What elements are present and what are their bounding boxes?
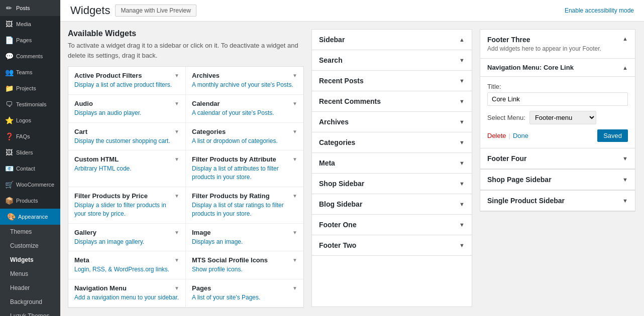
submenu-item-themes[interactable]: Themes [0, 225, 60, 239]
sidebar-item-projects[interactable]: 📁 Projects [0, 80, 60, 96]
submenu-item-background[interactable]: Background [0, 295, 60, 309]
widget-desc: Show profile icons. [192, 265, 297, 274]
single-product-sidebar-title: Single Product Sidebar [487, 197, 565, 205]
widget-item[interactable]: Pages▼ A list of your site's Pages. [186, 279, 303, 307]
sidebar-item-logos[interactable]: ⭐ Logos [0, 112, 60, 128]
appearance-submenu: Themes Customize Widgets Menus Header Ba… [0, 225, 60, 316]
widget-item[interactable]: Filter Products by Price▼ Display a slid… [68, 187, 186, 224]
widget-item[interactable]: Active Product Filters▼ Display a list o… [68, 67, 186, 95]
title-field-label: Title: [487, 83, 628, 90]
widget-name: Gallery [74, 229, 96, 236]
saved-button[interactable]: Saved [597, 129, 628, 142]
section-collapse-icon: ▼ [459, 222, 465, 228]
nav-menu-widget-body: Title: Select Menu: Footer-menu Main Men… [480, 77, 635, 148]
select-menu-row: Select Menu: Footer-menu Main Menu Secon… [487, 111, 628, 124]
sidebar-label-projects: Projects [16, 85, 36, 91]
nav-menu-widget: Navigation Menu: Core Link ▲ Title: Sele… [480, 59, 635, 148]
single-product-sidebar-section: Single Product Sidebar ▼ [480, 191, 635, 212]
widget-desc: Display a slider to filter products in y… [74, 201, 179, 218]
section-footer-two: Footer Two ▼ [312, 235, 472, 256]
done-link[interactable]: Done [513, 132, 528, 139]
widget-expand-icon: ▼ [292, 129, 297, 134]
appearance-icon: 🎨 [7, 213, 15, 221]
widget-item[interactable]: Navigation Menu▼ Add a navigation menu t… [68, 279, 186, 307]
single-product-sidebar-collapse-icon: ▼ [622, 198, 628, 204]
section-collapse-icon: ▼ [459, 119, 465, 125]
sidebar-label-contact: Contact [16, 166, 35, 172]
sidebar-item-media[interactable]: 🖼 Media [0, 16, 60, 32]
widget-item[interactable]: Audio▼ Displays an audio player. [68, 95, 186, 123]
section-title-recent-comments: Recent Comments [319, 97, 381, 105]
shop-page-sidebar-section: Shop Page Sidebar ▼ [480, 170, 635, 191]
footer-four-collapse-icon: ▼ [622, 155, 628, 162]
widget-expand-icon: ▼ [174, 285, 179, 291]
widget-item[interactable]: Archives▼ A monthly archive of your site… [186, 67, 303, 95]
section-recent-comments: Recent Comments ▼ [312, 91, 472, 112]
delete-link[interactable]: Delete [487, 132, 506, 139]
section-collapse-icon: ▼ [459, 242, 465, 248]
footer-three-column: Footer Three Add widgets here to appear … [480, 29, 635, 307]
widget-expand-icon: ▼ [174, 101, 179, 106]
shop-page-sidebar-collapse-icon: ▼ [622, 177, 628, 183]
widget-links: Delete | Done [487, 132, 528, 139]
section-title-meta: Meta [319, 159, 335, 167]
widget-item[interactable]: Gallery▼ Displays an image gallery. [68, 224, 186, 252]
sidebar-item-sliders[interactable]: 🖼 Sliders [0, 144, 60, 161]
widget-name: Cart [74, 128, 87, 135]
teams-icon: 👥 [5, 68, 13, 76]
widget-item[interactable]: Meta▼ Login, RSS, & WordPress.org links. [68, 251, 186, 279]
sidebar-item-appearance[interactable]: 🎨 Appearance [0, 209, 60, 225]
submenu-item-widgets[interactable]: Widgets [0, 253, 60, 267]
widget-desc: Display a list of active product filters… [74, 81, 179, 89]
widget-item[interactable]: Categories▼ A list or dropdown of catego… [186, 123, 303, 151]
submenu-item-menus[interactable]: Menus [0, 267, 60, 281]
submenu-item-luzuk-themes[interactable]: Luzuk Themes [0, 309, 60, 316]
sidebar-item-woocommerce[interactable]: 🛒 WooCommerce [0, 177, 60, 193]
sidebar-item-comments[interactable]: 💬 Comments [0, 48, 60, 64]
sidebar-item-contact[interactable]: 📧 Contact [0, 161, 60, 177]
sidebar-item-products[interactable]: 📦 Products [0, 193, 60, 209]
widget-item[interactable]: Cart▼ Display the customer shopping cart… [68, 123, 186, 151]
widget-name: Pages [192, 284, 211, 292]
page-header: Widgets Manage with Live Preview Enable … [60, 0, 644, 22]
accessibility-link[interactable]: Enable accessibility mode [565, 7, 634, 14]
footer-three-desc: Add widgets here to appear in your Foote… [487, 45, 601, 52]
widget-item[interactable]: Filter Products by Rating▼ Display a lis… [186, 187, 303, 224]
section-title-blog-sidebar: Blog Sidebar [319, 200, 362, 208]
widget-item[interactable]: Calendar▼ A calendar of your site's Post… [186, 95, 303, 123]
select-menu-dropdown[interactable]: Footer-menu Main Menu Secondary Menu [529, 111, 596, 124]
sidebar-item-posts[interactable]: ✏ Posts [0, 0, 60, 16]
content-area: Available Widgets To activate a widget d… [60, 22, 644, 314]
widget-expand-icon: ▼ [174, 73, 179, 78]
submenu-item-header[interactable]: Header [0, 281, 60, 295]
footer-three-collapse-icon: ▲ [622, 36, 628, 42]
title-input[interactable] [487, 92, 628, 106]
sidebar-item-faqs[interactable]: ❓ FAQs [0, 128, 60, 144]
sidebar-label-testimonials: Testimonials [16, 101, 47, 107]
section-collapse-icon: ▼ [459, 78, 465, 84]
widget-desc: A monthly archive of your site's Posts. [192, 81, 297, 89]
widget-item[interactable]: MTS Social Profile Icons▼ Show profile i… [186, 251, 303, 279]
widget-item[interactable]: Image▼ Displays an image. [186, 224, 303, 252]
widget-expand-icon: ▼ [174, 129, 179, 134]
sidebar-item-pages[interactable]: 📄 Pages [0, 32, 60, 48]
live-preview-button[interactable]: Manage with Live Preview [115, 5, 196, 17]
section-collapse-icon: ▼ [459, 139, 465, 145]
page-title: Widgets [70, 4, 110, 17]
link-separator: | [509, 132, 510, 139]
sidebar-item-testimonials[interactable]: 🗨 Testimonials [0, 96, 60, 112]
section-archives: Archives ▼ [312, 112, 472, 132]
contact-icon: 📧 [5, 165, 13, 173]
footer-four-section: Footer Four ▼ [480, 148, 635, 170]
widget-item[interactable]: Filter Products by Attribute▼ Display a … [186, 150, 303, 187]
projects-icon: 📁 [5, 84, 13, 92]
widget-name: Filter Products by Price [74, 192, 148, 200]
widget-expand-icon: ▼ [292, 193, 297, 199]
submenu-item-customize[interactable]: Customize [0, 239, 60, 253]
widget-desc: Login, RSS, & WordPress.org links. [74, 265, 179, 274]
sidebar-item-teams[interactable]: 👥 Teams [0, 64, 60, 80]
widget-item[interactable]: Custom HTML▼ Arbitrary HTML code. [68, 150, 186, 187]
sidebars-column: Sidebar ▲ Search ▼ Recent Posts ▼ Recent… [311, 29, 472, 307]
woocommerce-icon: 🛒 [5, 181, 13, 189]
admin-sidebar: ✏ Posts 🖼 Media 📄 Pages 💬 Comments 👥 Tea… [0, 0, 60, 316]
